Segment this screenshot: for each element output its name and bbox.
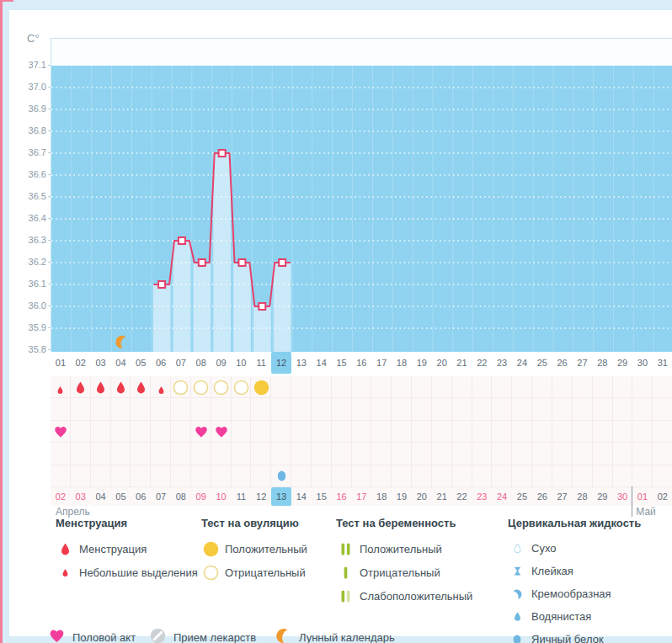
cycle-day-cell[interactable]: 01 <box>51 352 71 374</box>
cycle-day-cell[interactable]: 30 <box>632 352 653 374</box>
watery-icon <box>508 611 526 622</box>
cycle-day-cell[interactable]: 14 <box>312 352 332 374</box>
month-start-label: Апрель <box>56 506 90 518</box>
calendar-date-cell[interactable]: 29 <box>592 487 612 506</box>
page-left-accent-border <box>0 0 3 643</box>
temp-point-marker <box>219 150 226 157</box>
cycle-day-cell[interactable]: 10 <box>231 352 251 374</box>
legend-item-label: Отрицательный <box>225 566 306 579</box>
cycle-day-cell[interactable]: 09 <box>211 352 232 374</box>
calendar-date-cell[interactable]: 17 <box>351 487 371 506</box>
cycle-day-cell[interactable]: 04 <box>110 352 131 374</box>
cycle-day-cell[interactable]: 17 <box>371 352 392 374</box>
calendar-date-cell[interactable]: 19 <box>392 487 412 506</box>
heart-icon <box>53 424 68 443</box>
cycle-day-cell[interactable]: 21 <box>452 352 472 374</box>
calendar-date-cell[interactable]: 18 <box>371 487 392 506</box>
y-axis-tick-label: 36.6 <box>19 169 46 179</box>
cycle-day-cell[interactable]: 16 <box>351 352 371 374</box>
circle-filled-icon <box>201 540 220 558</box>
circle-outline-icon <box>212 379 230 400</box>
cycle-day-cell[interactable]: 03 <box>91 352 111 374</box>
cycle-day-cell[interactable]: 08 <box>191 352 211 374</box>
calendar-date-cell[interactable]: 13 <box>271 487 291 506</box>
cycle-day-cell[interactable]: 28 <box>592 352 612 374</box>
egg-white-icon <box>508 634 526 643</box>
cycle-day-cell[interactable]: 20 <box>432 352 452 374</box>
cycle-day-cell[interactable]: 25 <box>532 352 552 374</box>
bar-negative-icon <box>336 565 355 581</box>
legend-section-2: Тест на овуляциюПоложительныйОтрицательн… <box>201 517 307 584</box>
circle-filled-icon <box>253 379 270 400</box>
calendar-date-cell[interactable]: 30 <box>612 487 632 506</box>
cycle-day-cell[interactable]: 07 <box>171 352 191 374</box>
legend-item-label: Водянистая <box>531 610 591 623</box>
cycle-day-cell[interactable]: 18 <box>392 352 412 374</box>
cycle-day-cell[interactable]: 31 <box>653 352 672 374</box>
cycle-day-cell[interactable]: 22 <box>472 352 492 374</box>
drop-small-icon <box>56 383 65 398</box>
circle-outline-icon <box>172 379 189 400</box>
calendar-date-cell[interactable]: 07 <box>151 487 171 506</box>
legend-item-label: Кремообразная <box>531 587 611 600</box>
calendar-date-cell[interactable]: 24 <box>492 487 512 506</box>
drop-small-icon <box>56 568 74 577</box>
cycle-day-cell[interactable]: 05 <box>131 352 151 374</box>
cycle-day-cell[interactable]: 27 <box>573 352 593 374</box>
calendar-date-cell[interactable]: 22 <box>452 487 472 506</box>
heart-icon <box>48 627 66 643</box>
month-divider-line <box>632 486 632 517</box>
calendar-date-cell[interactable]: 16 <box>332 487 352 506</box>
calendar-date-cell[interactable]: 08 <box>171 487 191 506</box>
calendar-date-cell[interactable]: 01 <box>632 487 653 506</box>
legend-item-label: Отрицательный <box>360 566 440 579</box>
cycle-day-cell[interactable]: 06 <box>151 352 171 374</box>
legend-item: Положительный <box>201 537 307 561</box>
calendar-date-cell[interactable]: 02 <box>653 487 672 506</box>
cycle-day-row: 0102030405060708091011121314151617181920… <box>51 352 672 374</box>
cycle-day-cell[interactable]: 15 <box>332 352 352 374</box>
cycle-day-cell[interactable]: 19 <box>412 352 432 374</box>
calendar-date-cell[interactable]: 10 <box>211 487 232 506</box>
calendar-date-cell[interactable]: 21 <box>432 487 452 506</box>
legend-item-label: Клейкая <box>531 565 573 577</box>
calendar-date-cell[interactable]: 04 <box>91 487 111 506</box>
y-axis-tick-label: 36.8 <box>19 125 46 136</box>
legend-item-label: Сухо <box>531 542 556 555</box>
cycle-day-cell[interactable]: 13 <box>291 352 312 374</box>
calendar-date-cell[interactable]: 14 <box>291 487 312 506</box>
legend-section-title: Тест на беременность <box>336 517 472 529</box>
calendar-date-cell[interactable]: 27 <box>552 487 573 506</box>
calendar-date-cell[interactable]: 11 <box>231 487 251 506</box>
legend-item: Кремообразная <box>508 582 641 605</box>
egg-white-icon <box>275 470 288 486</box>
calendar-date-cell[interactable]: 15 <box>312 487 332 506</box>
calendar-date-cell[interactable]: 06 <box>131 487 151 506</box>
cycle-day-cell[interactable]: 11 <box>251 352 271 374</box>
calendar-date-cell[interactable]: 02 <box>51 487 71 506</box>
calendar-date-cell[interactable]: 03 <box>71 487 91 506</box>
cycle-day-cell[interactable]: 12 <box>271 352 291 374</box>
calendar-date-cell[interactable]: 05 <box>110 487 131 506</box>
legend-section-4: Цервикальная жидкостьСухоКлейкаяКремообр… <box>508 517 641 643</box>
temp-point-marker <box>259 303 265 310</box>
calendar-date-cell[interactable]: 28 <box>573 487 593 506</box>
legend-item-label: Положительный <box>360 543 442 555</box>
calendar-date-cell[interactable]: 25 <box>512 487 532 506</box>
cycle-day-cell[interactable]: 24 <box>512 352 532 374</box>
legend-item: Отрицательный <box>201 561 307 584</box>
calendar-date-cell[interactable]: 26 <box>532 487 552 506</box>
legend-item: Слабоположительный <box>336 584 472 608</box>
cycle-day-cell[interactable]: 02 <box>71 352 91 374</box>
calendar-date-cell[interactable]: 12 <box>251 487 271 506</box>
y-axis-tick-label: 36.0 <box>19 300 46 311</box>
cycle-day-cell[interactable]: 26 <box>552 352 573 374</box>
y-axis-tick-label: 36.3 <box>19 235 46 245</box>
cycle-day-cell[interactable]: 23 <box>492 352 512 374</box>
cycle-day-cell[interactable]: 29 <box>612 352 632 374</box>
y-axis-tick-label: 36.7 <box>19 147 46 157</box>
calendar-date-cell[interactable]: 09 <box>191 487 211 506</box>
circle-outline-icon <box>192 379 210 400</box>
calendar-date-cell[interactable]: 20 <box>412 487 432 506</box>
calendar-date-cell[interactable]: 23 <box>472 487 492 506</box>
